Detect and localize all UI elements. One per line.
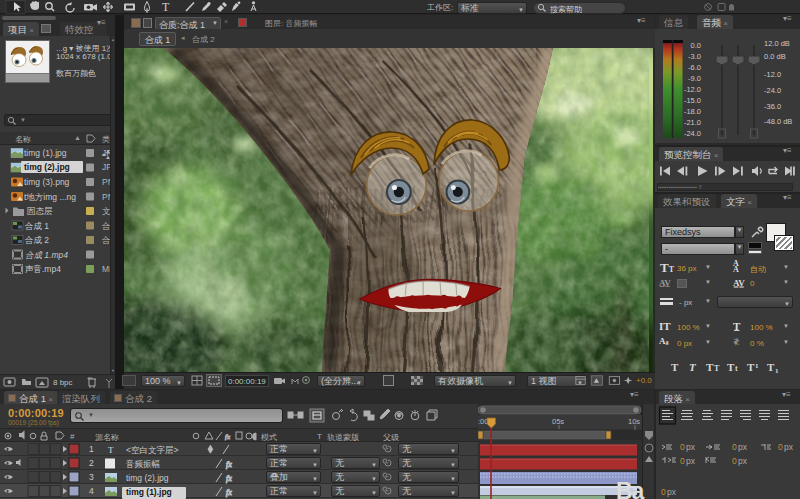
svg-text:t: t [735, 364, 738, 373]
svg-text:-9.0: -9.0 [688, 74, 701, 83]
svg-text:T: T [108, 445, 114, 455]
svg-text:-18.0: -18.0 [684, 107, 701, 116]
svg-text:T: T [767, 361, 775, 373]
svg-text:12.0 dB: 12.0 dB [764, 39, 790, 48]
svg-text:px: px [686, 442, 696, 452]
svg-text:0.0: 0.0 [691, 41, 701, 50]
svg-text:fx: fx [226, 474, 232, 483]
svg-text:0: 0 [732, 456, 737, 466]
svg-text:px: px [667, 487, 677, 497]
svg-text:1: 1 [775, 367, 779, 374]
svg-text:4: 4 [89, 486, 94, 496]
svg-text:-24.0: -24.0 [764, 86, 781, 95]
svg-text:T: T [714, 364, 720, 373]
svg-text:T: T [747, 361, 755, 373]
svg-text:3: 3 [89, 472, 94, 482]
svg-text:px: px [784, 442, 794, 452]
svg-text:1: 1 [89, 444, 94, 454]
svg-text:T: T [727, 361, 735, 373]
svg-text:-24.0: -24.0 [684, 129, 701, 138]
svg-text:1: 1 [755, 362, 759, 370]
svg-text:fx: fx [226, 488, 232, 497]
svg-text:10s: 10s [628, 417, 640, 426]
svg-text:2: 2 [89, 458, 94, 468]
svg-text:0: 0 [680, 442, 685, 452]
svg-text:px: px [686, 456, 696, 466]
svg-text:px: px [738, 442, 748, 452]
svg-text:-12.0: -12.0 [684, 85, 701, 94]
svg-text:T: T [689, 361, 697, 373]
svg-text:fx: fx [225, 433, 231, 441]
svg-text:-48.0 dB: -48.0 dB [764, 117, 792, 126]
svg-text:-3.0: -3.0 [688, 52, 701, 61]
svg-text:0: 0 [732, 442, 737, 452]
svg-text:0.0 dB: 0.0 dB [764, 52, 786, 61]
svg-text:#: # [70, 432, 75, 441]
svg-text:0: 0 [680, 456, 685, 466]
svg-text:05s: 05s [552, 417, 564, 426]
svg-text:0: 0 [778, 442, 783, 452]
svg-text:-6.0: -6.0 [688, 63, 701, 72]
svg-text:fx: fx [226, 460, 232, 469]
svg-text:T: T [706, 361, 714, 373]
svg-text:-12.0: -12.0 [764, 70, 781, 79]
svg-text:-21.0: -21.0 [684, 118, 701, 127]
svg-text:-36.0: -36.0 [764, 102, 781, 111]
svg-text:px: px [738, 456, 748, 466]
svg-text:0: 0 [661, 487, 666, 497]
svg-text:T: T [671, 361, 679, 373]
svg-text:T: T [162, 0, 170, 14]
svg-text:-15.0: -15.0 [684, 96, 701, 105]
